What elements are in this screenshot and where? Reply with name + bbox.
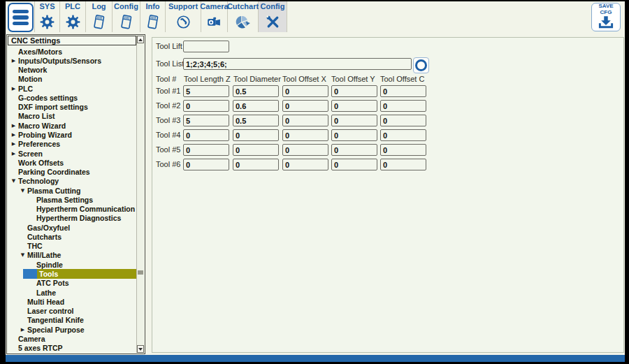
toolbar-tab-plc-1[interactable]: PLC (60, 1, 86, 32)
tree-item[interactable]: G-codes settings (8, 93, 138, 102)
tree-item[interactable]: ▼Plasma Cutting (8, 186, 138, 195)
tree-item[interactable]: Axes/Motors (8, 47, 138, 56)
page-icon (91, 13, 107, 30)
tool-value-input[interactable] (282, 115, 328, 126)
tree-item[interactable]: Gas/Oxyfuel (8, 223, 138, 232)
tool-value-input[interactable] (380, 100, 426, 112)
tree-item[interactable]: Tools (8, 269, 138, 278)
tree-item[interactable]: Plasma Settings (8, 195, 138, 204)
scroll-up-button[interactable] (137, 36, 144, 43)
tree-item[interactable]: Cutcharts (8, 232, 138, 241)
tree-scrollbar[interactable] (136, 36, 144, 353)
tool-value-input[interactable] (233, 129, 279, 141)
tool-value-input[interactable] (233, 115, 279, 126)
tree-item[interactable]: ▶Macro Wizard (8, 121, 138, 130)
tree-item[interactable]: ▶Special Purpose (8, 325, 138, 334)
tool-value-input[interactable] (282, 159, 328, 170)
toolbar-tab-sys-0[interactable]: SYS (34, 1, 60, 32)
expand-arrow-icon[interactable]: ▶ (9, 123, 18, 129)
tool-value-input[interactable] (183, 85, 229, 97)
save-cfg-button[interactable]: SAVE CFG (591, 3, 621, 31)
tree-item[interactable]: Camera (8, 334, 138, 343)
tree-item-label: Laser control (27, 307, 74, 315)
tool-value-input[interactable] (233, 159, 279, 170)
tool-value-input[interactable] (233, 100, 279, 112)
tree-item-label: Lathe (36, 289, 56, 297)
tree-item[interactable]: ▶Inputs/Outputs/Sensors (8, 56, 138, 65)
tool-value-input[interactable] (331, 159, 377, 170)
scroll-thumb[interactable] (138, 270, 143, 275)
tool-value-input[interactable] (331, 100, 377, 112)
tree-item[interactable]: Hypertherm Communication (8, 205, 138, 214)
tool-value-input[interactable] (282, 100, 328, 112)
main-menu-button[interactable] (8, 3, 34, 32)
tree-item[interactable]: Spindle (8, 260, 138, 269)
tree-item[interactable]: ▶Preferences (8, 140, 138, 149)
toolbar-tab-cutchart-7[interactable]: Cutchart (228, 1, 259, 32)
tool-row-label: Tool #4 (156, 129, 180, 141)
tree-item[interactable]: ▶Probing Wizard (8, 130, 138, 139)
tool-value-input[interactable] (183, 159, 229, 170)
tool-value-input[interactable] (331, 144, 377, 156)
tool-value-input[interactable] (282, 129, 328, 141)
tool-value-input[interactable] (282, 85, 328, 97)
tree-item-label: Preferences (18, 140, 60, 148)
page-icon (118, 13, 134, 30)
expand-arrow-icon[interactable]: ▶ (18, 327, 27, 333)
tool-value-input[interactable] (380, 115, 426, 126)
tree-item[interactable]: ▼Mill/Lathe (8, 251, 138, 260)
tool-value-input[interactable] (331, 129, 377, 141)
tree-item[interactable]: Hypertherm Diagnostics (8, 214, 138, 223)
tree-item[interactable]: Macro List (8, 112, 138, 121)
tree-item[interactable]: Work Offsets (8, 158, 138, 167)
collapse-arrow-icon[interactable]: ▼ (18, 252, 27, 258)
collapse-arrow-icon[interactable]: ▼ (9, 178, 18, 184)
tool-value-input[interactable] (380, 85, 426, 97)
toolbar-tab-config-3[interactable]: Config (113, 1, 140, 32)
tree-item-label: Work Offsets (18, 159, 64, 167)
tree-item[interactable]: Lathe (8, 288, 138, 297)
tool-value-input[interactable] (183, 100, 229, 112)
tree-item[interactable]: ▶Screen (8, 149, 138, 158)
tool-value-input[interactable] (233, 144, 279, 156)
expand-arrow-icon[interactable]: ▶ (9, 151, 18, 156)
tree-item-label: Macro Wizard (18, 122, 66, 130)
tool-value-input[interactable] (233, 85, 279, 97)
tool-value-input[interactable] (183, 115, 229, 126)
tree-item[interactable]: THC (8, 242, 138, 251)
tree-item[interactable]: Laser control (8, 306, 138, 315)
tree-item[interactable]: ATC Pots (8, 279, 138, 288)
toolbar-tab-camera-6[interactable]: Camera (201, 1, 228, 32)
expand-arrow-icon[interactable]: ▶ (9, 141, 18, 147)
expand-arrow-icon[interactable]: ▶ (9, 86, 18, 92)
tree-item[interactable]: Multi Head (8, 297, 138, 306)
expand-arrow-icon[interactable]: ▶ (9, 132, 18, 138)
tree-item[interactable]: Network (8, 66, 138, 75)
tool-value-input[interactable] (331, 115, 377, 126)
tool-value-input[interactable] (282, 144, 328, 156)
tool-value-input[interactable] (331, 85, 377, 97)
scroll-down-button[interactable] (137, 345, 144, 353)
tree-item[interactable]: Parking Coordinates (8, 167, 138, 176)
tree-item[interactable]: ▶PLC (8, 84, 138, 93)
collapse-arrow-icon[interactable]: ▼ (18, 188, 27, 194)
tool-value-input[interactable] (183, 144, 229, 156)
tree-item[interactable]: Tangential Knife (8, 316, 138, 325)
toolbar-tab-label: Info (145, 2, 159, 11)
tool-value-input[interactable] (380, 129, 426, 141)
toolbar-tab-info-4[interactable]: Info (140, 1, 166, 32)
tree-header[interactable]: CNC Settings (8, 36, 136, 45)
toolbar-tab-log-2[interactable]: Log (86, 1, 113, 32)
toolbar-tab-support-5[interactable]: Support (166, 1, 201, 32)
tree-item-label: Tangential Knife (27, 316, 84, 324)
scroll-up-icon (138, 38, 143, 41)
tree-item[interactable]: Motion (8, 75, 138, 84)
tool-value-input[interactable] (183, 129, 229, 141)
tree-item[interactable]: 5 axes RTCP (8, 344, 138, 353)
tool-value-input[interactable] (380, 144, 426, 156)
toolbar-tab-config-8[interactable]: Config (259, 1, 287, 32)
tool-value-input[interactable] (380, 159, 426, 170)
expand-arrow-icon[interactable]: ▶ (9, 58, 18, 64)
tree-item[interactable]: DXF import settings (8, 103, 138, 112)
tree-item[interactable]: ▼Technology (8, 177, 138, 186)
